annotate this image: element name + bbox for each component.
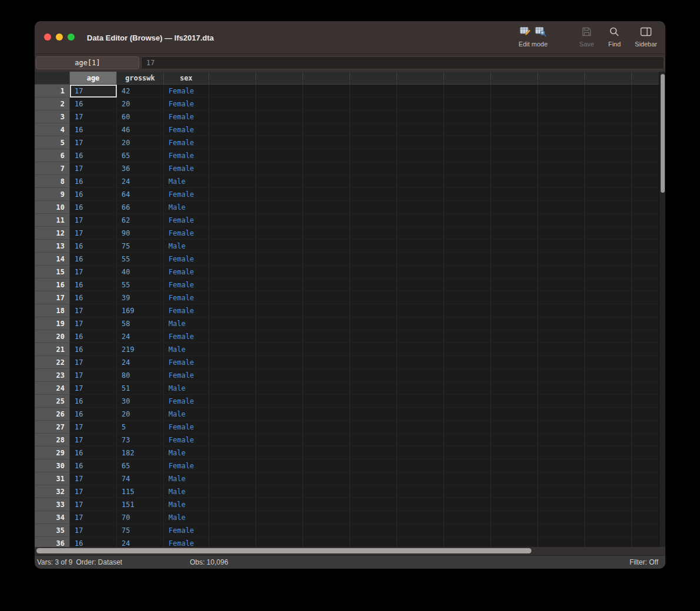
cell-age[interactable]: 16	[70, 98, 117, 110]
cell-empty[interactable]	[585, 98, 632, 110]
cell-empty[interactable]	[538, 369, 585, 382]
cell-empty[interactable]	[256, 356, 303, 369]
cell-empty[interactable]	[209, 537, 256, 547]
cell-empty[interactable]	[350, 85, 397, 98]
cell-empty[interactable]	[350, 240, 397, 253]
cell-empty[interactable]	[209, 459, 256, 472]
cell-sex[interactable]: Female	[164, 149, 209, 162]
cell-empty[interactable]	[538, 485, 585, 498]
cell-empty[interactable]	[209, 498, 256, 511]
cell-empty[interactable]	[350, 511, 397, 524]
cell-sex[interactable]: Female	[164, 266, 209, 278]
cell-empty[interactable]	[444, 188, 491, 201]
cell-empty[interactable]	[538, 408, 585, 421]
cell-empty[interactable]	[256, 253, 303, 266]
cell-grosswk[interactable]: 75	[117, 240, 164, 253]
cell-empty[interactable]	[538, 421, 585, 434]
cell-empty[interactable]	[444, 511, 491, 524]
cell-empty[interactable]	[256, 291, 303, 304]
cell-empty[interactable]	[397, 434, 444, 446]
row-number[interactable]: 36	[35, 537, 70, 547]
cell-empty[interactable]	[209, 511, 256, 524]
cell-empty[interactable]	[209, 395, 256, 408]
cell-empty[interactable]	[397, 408, 444, 421]
cell-grosswk[interactable]: 39	[117, 291, 164, 304]
cell-grosswk[interactable]: 60	[117, 110, 164, 123]
cell-empty[interactable]	[444, 498, 491, 511]
cell-empty[interactable]	[585, 330, 632, 343]
cell-age[interactable]: 17	[70, 136, 117, 149]
cell-empty[interactable]	[303, 446, 350, 459]
cell-sex[interactable]: Female	[164, 85, 209, 98]
cell-empty[interactable]	[538, 175, 585, 188]
cell-sex[interactable]: Female	[164, 434, 209, 446]
cell-empty[interactable]	[491, 317, 538, 330]
row-number[interactable]: 2	[35, 98, 70, 110]
cell-grosswk[interactable]: 24	[117, 537, 164, 547]
cell-empty[interactable]	[444, 472, 491, 485]
row-number[interactable]: 25	[35, 395, 70, 408]
cell-empty[interactable]	[585, 278, 632, 291]
cell-empty[interactable]	[350, 253, 397, 266]
cell-empty[interactable]	[209, 214, 256, 227]
cell-empty[interactable]	[256, 382, 303, 395]
cell-sex[interactable]: Female	[164, 123, 209, 136]
row-number[interactable]: 19	[35, 317, 70, 330]
cell-empty[interactable]	[256, 175, 303, 188]
row-number[interactable]: 33	[35, 498, 70, 511]
column-header-empty[interactable]	[397, 72, 444, 85]
row-number[interactable]: 22	[35, 356, 70, 369]
cell-empty[interactable]	[350, 266, 397, 278]
row-number[interactable]: 34	[35, 511, 70, 524]
cell-age[interactable]: 16	[70, 395, 117, 408]
cell-empty[interactable]	[585, 304, 632, 317]
cell-age[interactable]: 16	[70, 253, 117, 266]
cell-empty[interactable]	[491, 291, 538, 304]
cell-empty[interactable]	[209, 408, 256, 421]
row-number[interactable]: 21	[35, 343, 70, 356]
cell-empty[interactable]	[397, 162, 444, 175]
cell-empty[interactable]	[350, 421, 397, 434]
cell-sex[interactable]: Male	[164, 201, 209, 214]
cell-sex[interactable]: Male	[164, 240, 209, 253]
cell-empty[interactable]	[397, 421, 444, 434]
cell-empty[interactable]	[444, 240, 491, 253]
row-number[interactable]: 6	[35, 149, 70, 162]
cell-age[interactable]: 16	[70, 240, 117, 253]
cell-empty[interactable]	[538, 524, 585, 537]
cell-empty[interactable]	[303, 85, 350, 98]
cell-empty[interactable]	[585, 472, 632, 485]
cell-empty[interactable]	[256, 511, 303, 524]
cell-empty[interactable]	[538, 240, 585, 253]
cell-grosswk[interactable]: 169	[117, 304, 164, 317]
cell-empty[interactable]	[350, 227, 397, 240]
cell-empty[interactable]	[538, 188, 585, 201]
vertical-scrollbar-thumb[interactable]	[661, 74, 665, 193]
cell-empty[interactable]	[209, 149, 256, 162]
cell-empty[interactable]	[444, 524, 491, 537]
cell-empty[interactable]	[397, 524, 444, 537]
row-number[interactable]: 4	[35, 123, 70, 136]
cell-empty[interactable]	[491, 369, 538, 382]
cell-empty[interactable]	[256, 446, 303, 459]
cell-empty[interactable]	[350, 382, 397, 395]
cell-empty[interactable]	[397, 85, 444, 98]
cell-empty[interactable]	[350, 110, 397, 123]
cell-grosswk[interactable]: 20	[117, 136, 164, 149]
cell-empty[interactable]	[350, 214, 397, 227]
cell-empty[interactable]	[209, 175, 256, 188]
cell-sex[interactable]: Female	[164, 188, 209, 201]
cell-empty[interactable]	[397, 188, 444, 201]
cell-grosswk[interactable]: 66	[117, 201, 164, 214]
cell-empty[interactable]	[303, 472, 350, 485]
cell-grosswk[interactable]: 75	[117, 524, 164, 537]
cell-empty[interactable]	[303, 524, 350, 537]
cell-empty[interactable]	[209, 278, 256, 291]
cell-empty[interactable]	[444, 162, 491, 175]
cell-sex[interactable]: Male	[164, 511, 209, 524]
cell-sex[interactable]: Male	[164, 498, 209, 511]
cell-empty[interactable]	[303, 356, 350, 369]
cell-empty[interactable]	[303, 136, 350, 149]
cell-grosswk[interactable]: 219	[117, 343, 164, 356]
cell-empty[interactable]	[256, 304, 303, 317]
